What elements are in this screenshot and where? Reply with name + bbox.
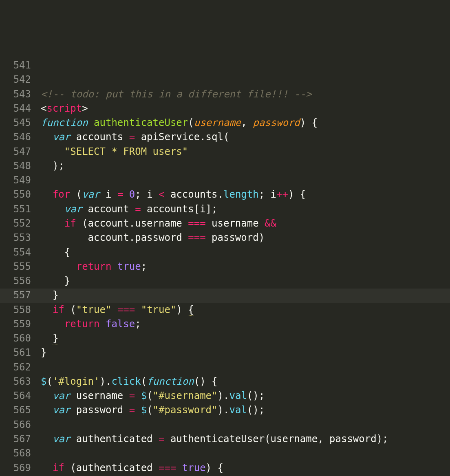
line-number: 550 xyxy=(0,187,31,202)
code-line[interactable]: for (var i = 0; i < accounts.length; i++… xyxy=(41,187,450,202)
code-line[interactable]: if ("true" === "true") { xyxy=(41,303,450,317)
line-number: 567 xyxy=(0,432,31,446)
line-number: 563 xyxy=(0,375,31,389)
code-area[interactable]: <!-- todo: put this in a different file!… xyxy=(41,58,450,476)
code-line[interactable]: var authenticated = authenticateUser(use… xyxy=(41,432,450,446)
line-number: 548 xyxy=(0,159,31,173)
code-line[interactable]: if (account.username === username && xyxy=(41,216,450,231)
line-number-gutter: 5415425435445455465475485495505515525535… xyxy=(0,58,41,476)
code-line[interactable]: return false; xyxy=(41,317,450,331)
code-line[interactable]: ); xyxy=(41,159,450,173)
code-line[interactable]: var username = $("#username").val(); xyxy=(41,389,450,403)
code-line[interactable]: } xyxy=(41,346,450,360)
code-line[interactable]: { xyxy=(41,245,450,260)
line-number: 556 xyxy=(0,274,31,288)
code-line[interactable]: function authenticateUser(username, pass… xyxy=(41,116,450,130)
line-number: 561 xyxy=(0,346,31,360)
code-line[interactable]: } xyxy=(41,274,450,288)
code-line[interactable] xyxy=(41,360,450,375)
line-number: 554 xyxy=(0,245,31,260)
code-line[interactable]: if (authenticated === true) { xyxy=(41,461,450,475)
line-number: 549 xyxy=(0,173,31,187)
line-number: 559 xyxy=(0,317,31,331)
code-line[interactable]: var accounts = apiService.sql( xyxy=(41,130,450,144)
code-line[interactable] xyxy=(41,418,450,432)
code-line[interactable]: return true; xyxy=(41,260,450,274)
line-number: 543 xyxy=(0,87,31,101)
code-line[interactable]: "SELECT * FROM users" xyxy=(41,145,450,159)
code-line[interactable]: } xyxy=(41,331,450,346)
line-number: 553 xyxy=(0,231,31,245)
line-number: 541 xyxy=(0,58,31,73)
line-number: 544 xyxy=(0,101,31,116)
line-number: 547 xyxy=(0,145,31,159)
code-line[interactable]: var account = accounts[i]; xyxy=(41,202,450,216)
line-number: 555 xyxy=(0,260,31,274)
line-number: 564 xyxy=(0,389,31,403)
line-number: 565 xyxy=(0,403,31,417)
line-number: 568 xyxy=(0,446,31,461)
code-line[interactable]: $('#login').click(function() { xyxy=(41,375,450,389)
line-number: 552 xyxy=(0,216,31,231)
code-line[interactable]: <!-- todo: put this in a different file!… xyxy=(41,87,450,101)
line-number: 569 xyxy=(0,461,31,475)
code-line[interactable] xyxy=(41,173,450,187)
line-number: 566 xyxy=(0,418,31,432)
line-number: 542 xyxy=(0,73,31,87)
code-line[interactable]: <script> xyxy=(41,101,450,116)
code-line[interactable]: account.password === password) xyxy=(41,231,450,245)
code-line[interactable] xyxy=(41,446,450,461)
line-number: 558 xyxy=(0,303,31,317)
code-content[interactable]: <!-- todo: put this in a different file!… xyxy=(41,87,450,476)
line-number: 560 xyxy=(0,331,31,346)
code-editor[interactable]: 5415425435445455465475485495505515525535… xyxy=(0,57,450,476)
line-number: 551 xyxy=(0,202,31,216)
line-number: 546 xyxy=(0,130,31,144)
code-line[interactable]: var password = $("#password").val(); xyxy=(41,403,450,417)
line-number: 545 xyxy=(0,116,31,130)
line-number: 562 xyxy=(0,360,31,375)
code-line[interactable]: } xyxy=(41,288,450,302)
